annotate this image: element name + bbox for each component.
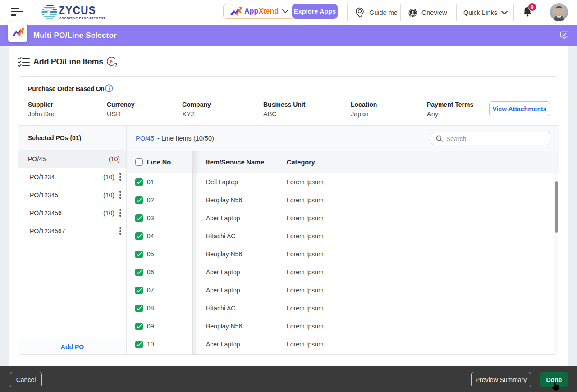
row-checkbox-checked[interactable] <box>135 305 143 312</box>
page-title: Add PO/Line Items <box>33 57 103 67</box>
explore-apps-button[interactable]: Explore Apps <box>292 4 338 19</box>
field-value-business-unit: ABC <box>263 110 277 118</box>
header-divider <box>400 4 401 21</box>
feedback-icon[interactable] <box>560 31 568 40</box>
row-checkbox-checked[interactable] <box>135 323 143 330</box>
table-row[interactable]: 06 Acer Laptop Lorem Ipsum <box>127 263 559 281</box>
po-count: (10) <box>103 191 114 199</box>
select-all-checkbox[interactable] <box>135 158 143 166</box>
field-label-business-unit: Business Unit <box>263 101 305 108</box>
table-row[interactable]: 09 Beoplay N56 Lorem Ipsum <box>127 317 559 335</box>
field-value-payment-terms: Any <box>427 110 438 118</box>
cell-item-name: Beoplay N56 <box>206 245 242 263</box>
po-list-item[interactable]: PO/1234 (10) <box>18 168 126 186</box>
row-checkbox-checked[interactable] <box>135 178 143 186</box>
user-avatar[interactable] <box>550 3 568 21</box>
cell-category: Lorem Ipsum <box>287 245 324 263</box>
field-label-company: Company <box>182 101 211 108</box>
cell-item-name: Hitachi AC <box>206 227 235 245</box>
field-value-company: XYZ <box>182 110 195 118</box>
po-name: PO/123456 <box>30 210 62 217</box>
top-header: ZYCUS COGNITIVE PROCUREMENT AppXtend Exp… <box>0 0 577 25</box>
appxtend-menu[interactable]: AppXtend <box>223 4 293 19</box>
table-scrollbar-thumb[interactable] <box>555 181 558 233</box>
row-checkbox-checked[interactable] <box>135 269 143 276</box>
appxtend-logo-icon <box>230 6 242 16</box>
column-header-line-no[interactable]: Line No. <box>147 151 173 173</box>
po-list-item[interactable]: PO/1234567 <box>18 222 126 240</box>
row-checkbox-checked[interactable] <box>135 251 143 258</box>
table-row[interactable]: 10 Acer Laptop Lorem Ipsum <box>127 335 559 353</box>
quick-links-chevron-down-icon <box>501 11 508 14</box>
line-items-toolbar: PO/45 - Line Items (10/50) <box>127 126 559 151</box>
right-gutter <box>568 46 577 366</box>
cell-line-no: 10 <box>147 335 154 353</box>
cell-category: Lorem Ipsum <box>287 299 324 317</box>
po-kebab-menu-icon[interactable] <box>114 224 126 237</box>
table-row[interactable]: 07 Acer Laptop Lorem Ipsum <box>127 281 559 299</box>
cell-category: Lorem Ipsum <box>287 317 324 335</box>
info-icon[interactable] <box>105 84 113 92</box>
app-icon-tile[interactable] <box>8 21 27 42</box>
menu-icon[interactable] <box>11 8 23 18</box>
row-checkbox-checked[interactable] <box>135 232 143 240</box>
po-kebab-menu-icon[interactable] <box>114 188 126 201</box>
po-link[interactable]: PO/45 <box>136 135 154 142</box>
cancel-button[interactable]: Cancel <box>10 372 42 387</box>
done-button[interactable]: Done <box>540 372 568 387</box>
table-row[interactable]: 04 Hitachi AC Lorem Ipsum <box>127 227 559 245</box>
row-checkbox-checked[interactable] <box>135 287 143 294</box>
preview-summary-button[interactable]: Preview Summary <box>471 372 531 387</box>
po-kebab-menu-icon[interactable] <box>114 170 126 183</box>
oneview-label: Oneview <box>421 9 447 16</box>
po-kebab-menu-icon[interactable] <box>114 206 126 219</box>
po-name: PO/1234567 <box>30 228 65 235</box>
field-label-payment-terms: Payment Terms <box>427 101 473 108</box>
zycus-logo[interactable]: ZYCUS COGNITIVE PROCUREMENT <box>41 4 124 22</box>
table-row[interactable]: 03 Acer Laptop Lorem Ipsum <box>127 209 559 227</box>
table-scrollbar[interactable] <box>554 173 558 355</box>
banner-title: Multi PO/Line Selector <box>33 25 117 46</box>
cell-line-no: 08 <box>147 299 154 317</box>
row-checkbox-checked[interactable] <box>135 214 143 222</box>
header-divider <box>456 4 457 21</box>
cell-item-name: Beoplay N56 <box>206 191 242 209</box>
column-header-category[interactable]: Category <box>287 151 315 173</box>
oneview-button[interactable]: Oneview <box>408 0 447 25</box>
notifications-button[interactable]: 9 <box>522 6 537 19</box>
table-row[interactable]: 01 Dell Laptop Lorem Ipsum <box>127 173 559 191</box>
row-checkbox-checked[interactable] <box>135 196 143 204</box>
svg-text:?: ? <box>115 63 118 68</box>
search-box[interactable] <box>431 132 550 145</box>
quick-links-label: Quick Links <box>463 9 497 16</box>
po-list-item[interactable]: PO/45 (10) <box>18 150 126 168</box>
guide-me-button[interactable]: Guide me <box>355 0 398 25</box>
table-row[interactable]: 05 Beoplay N56 Lorem Ipsum <box>127 245 559 263</box>
header-divider <box>347 4 348 21</box>
po-list-item[interactable]: PO/12345 (10) <box>18 186 126 204</box>
table-row[interactable]: 08 Hitachi AC Lorem Ipsum <box>127 299 559 317</box>
row-checkbox-checked[interactable] <box>135 341 143 348</box>
search-input[interactable] <box>446 135 536 142</box>
guide-me-pin-icon <box>355 7 365 18</box>
left-gutter <box>0 46 9 366</box>
po-list-item[interactable]: PO/123456 (10) <box>18 204 126 222</box>
table-row[interactable]: 02 Beoplay N56 Lorem Ipsum <box>127 191 559 209</box>
field-label-currency: Currency <box>107 101 134 108</box>
po-name: PO/12345 <box>30 191 58 199</box>
cell-category: Lorem Ipsum <box>287 227 324 245</box>
selected-pos-header: Selected POs (01) <box>18 126 126 150</box>
po-name: PO/1234 <box>30 173 55 181</box>
view-attachments-button[interactable]: View Attachments <box>489 101 550 116</box>
cell-item-name: Acer Laptop <box>206 335 240 353</box>
summary-title: Purchase Order Based On <box>28 85 105 92</box>
add-po-button[interactable]: Add PO <box>18 339 126 354</box>
video-help-icon[interactable]: ? <box>105 56 117 68</box>
cell-category: Lorem Ipsum <box>287 191 324 209</box>
cell-item-name: Beoplay N56 <box>206 317 242 335</box>
quick-links-menu[interactable]: Quick Links <box>463 0 508 25</box>
guide-me-label: Guide me <box>369 9 398 16</box>
line-items-title-suffix: - Line Items (10/50) <box>157 135 214 142</box>
appxtend-chevron-down-icon <box>282 9 288 13</box>
column-header-item[interactable]: Item/Service Name <box>206 151 264 173</box>
